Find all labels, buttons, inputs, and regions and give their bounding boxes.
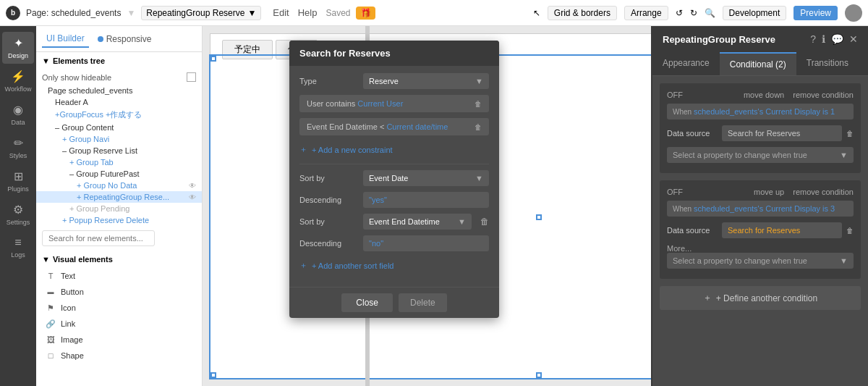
button-label: Button: [61, 288, 84, 296]
list-item[interactable]: – Group FuturePast: [36, 168, 202, 180]
cursor-icon[interactable]: ↖: [533, 8, 540, 18]
condition-off-row-1: OFF move down remove condition: [667, 91, 854, 99]
more-link[interactable]: More...: [667, 244, 854, 253]
add-constraint-button[interactable]: ＋ + Add a new constraint: [299, 141, 489, 158]
list-item[interactable]: Page scheduled_events: [36, 85, 202, 96]
delete-button[interactable]: Delete: [399, 293, 447, 312]
event-end-row[interactable]: Event End Datetime < Current date/time 🗑: [299, 118, 489, 135]
design-label: Design: [8, 52, 28, 59]
blue-handle-bc[interactable]: [536, 372, 542, 378]
visual-item-link[interactable]: 🔗 Link: [42, 316, 196, 332]
help-action[interactable]: Help: [298, 7, 318, 18]
arrange-button[interactable]: Arrange: [624, 6, 668, 20]
datasource-value-1[interactable]: Search for Reserves: [722, 125, 842, 141]
sidebar-item-styles[interactable]: ✏ Styles: [2, 132, 34, 164]
list-item[interactable]: + Group Navi: [36, 133, 202, 145]
trash-icon-2[interactable]: 🗑: [475, 123, 482, 131]
list-item[interactable]: + Group Tab: [36, 156, 202, 168]
chevron-down-icon-4: ▼: [840, 151, 848, 159]
sidebar-item-data[interactable]: ◉ Data: [2, 98, 34, 130]
shape-icon: □: [45, 350, 56, 361]
select-property-1[interactable]: Select a property to change when true ▼: [667, 147, 854, 163]
close-button[interactable]: Close: [341, 293, 393, 312]
select-property-2[interactable]: Select a property to change when true ▼: [667, 253, 854, 269]
sidebar-item-settings[interactable]: ⚙ Settings: [2, 198, 34, 230]
hideable-label: Only show hideable: [42, 73, 111, 82]
trash-icon-4[interactable]: 🗑: [846, 130, 854, 138]
edit-action[interactable]: Edit: [273, 7, 289, 18]
user-contains-row[interactable]: User contains Current User 🗑: [299, 95, 489, 112]
blue-handle-bl[interactable]: [210, 372, 216, 378]
list-item[interactable]: + Group No Data 👁: [36, 180, 202, 191]
type-select[interactable]: Reserve ▼: [363, 73, 489, 89]
visual-item-button[interactable]: ▬ Button: [42, 284, 196, 300]
button-icon: ▬: [45, 286, 56, 298]
move-down-link[interactable]: move down: [744, 91, 784, 99]
list-item[interactable]: – Group Content: [36, 122, 202, 133]
define-another-condition-button[interactable]: ＋ + Define another condition: [660, 286, 861, 310]
list-item[interactable]: – Group Reserve List: [36, 145, 202, 156]
sort-by-select-2[interactable]: Event End Datetime ▼: [363, 214, 472, 230]
question-icon[interactable]: ?: [810, 33, 816, 45]
list-item[interactable]: + Group Pending: [36, 203, 202, 214]
panel-title: RepeatingGroup Reserve: [663, 34, 775, 45]
list-item[interactable]: +GroupFocus +作成する: [36, 108, 202, 122]
eye-icon[interactable]: 👁: [189, 193, 196, 201]
trash-icon-3[interactable]: 🗑: [480, 217, 489, 227]
close-icon[interactable]: ✕: [849, 33, 858, 45]
grid-borders-button[interactable]: Grid & borders: [548, 6, 617, 20]
list-item[interactable]: Header A: [36, 96, 202, 108]
condition-when-1[interactable]: When scheduled_events's Current Display …: [667, 104, 854, 119]
datasource-value-2[interactable]: Search for Reserves: [722, 222, 842, 238]
list-item[interactable]: + Popup Reserve Delete: [36, 214, 202, 226]
visual-item-text[interactable]: T Text: [42, 268, 196, 284]
trash-icon[interactable]: 🗑: [475, 100, 482, 108]
condition-off-row-2: OFF move up remove condition: [667, 188, 854, 196]
development-button[interactable]: Development: [723, 6, 787, 20]
responsive-label: Responsive: [106, 34, 152, 44]
move-up-link[interactable]: move up: [754, 188, 784, 196]
avatar[interactable]: [845, 4, 862, 22]
tree-toggle[interactable]: ▼: [42, 56, 50, 65]
descending-select[interactable]: "yes": [363, 192, 489, 208]
info-icon[interactable]: ℹ: [822, 33, 825, 45]
eye-icon[interactable]: 👁: [189, 182, 196, 190]
sort-by-select[interactable]: Event Date ▼: [363, 170, 489, 186]
plugins-icon: ⊞: [14, 169, 23, 183]
link-icon: 🔗: [45, 318, 56, 330]
sidebar-item-design[interactable]: ✦ Design: [2, 32, 34, 64]
blue-handle-center[interactable]: [536, 214, 542, 220]
tab-appearance[interactable]: Appearance: [652, 52, 720, 75]
blue-handle-tl[interactable]: [210, 56, 216, 62]
search-input[interactable]: [42, 230, 155, 246]
sort-by-row: Sort by Event Date ▼: [299, 170, 489, 186]
undo-icon[interactable]: ↺: [676, 8, 683, 18]
hideable-checkbox[interactable]: [187, 72, 196, 82]
trash-icon-5[interactable]: 🗑: [846, 227, 854, 235]
add-sort-button[interactable]: ＋ + Add another sort field: [299, 257, 489, 274]
page-dropdown[interactable]: RepeatingGroup Reserve ▼: [141, 6, 261, 20]
condition-when-2[interactable]: When scheduled_events's Current Display …: [667, 201, 854, 217]
preview-button[interactable]: Preview: [793, 6, 838, 20]
search-icon[interactable]: 🔍: [705, 8, 715, 18]
descending-select-2[interactable]: "no": [363, 235, 489, 251]
list-item[interactable]: + RepeatingGroup Rese... 👁: [36, 191, 202, 203]
tab-ui-builder[interactable]: UI Builder: [42, 30, 89, 48]
sidebar-item-logs[interactable]: ≡ Logs: [2, 232, 34, 263]
logs-icon: ≡: [14, 236, 21, 249]
remove-condition-link-1[interactable]: remove condition: [793, 91, 854, 99]
visual-item-icon[interactable]: ⚑ Icon: [42, 300, 196, 316]
chevron-down-icon-2: ▼: [475, 174, 483, 182]
visual-item-shape[interactable]: □ Shape: [42, 348, 196, 364]
visual-item-image[interactable]: 🖼 Image: [42, 332, 196, 348]
comment-icon[interactable]: 💬: [831, 33, 843, 45]
sidebar-item-workflow[interactable]: ⚡ Workflow: [2, 65, 34, 97]
redo-icon[interactable]: ↻: [690, 8, 697, 18]
tab-conditional[interactable]: Conditional (2): [720, 52, 796, 75]
gift-icon[interactable]: 🎁: [356, 7, 375, 20]
visual-title: ▼ Visual elements: [42, 255, 196, 264]
tab-transitions[interactable]: Transitions: [796, 52, 859, 75]
remove-condition-link-2[interactable]: remove condition: [793, 188, 854, 196]
sidebar-item-plugins[interactable]: ⊞ Plugins: [2, 165, 34, 197]
tab-responsive[interactable]: Responsive: [93, 31, 156, 47]
